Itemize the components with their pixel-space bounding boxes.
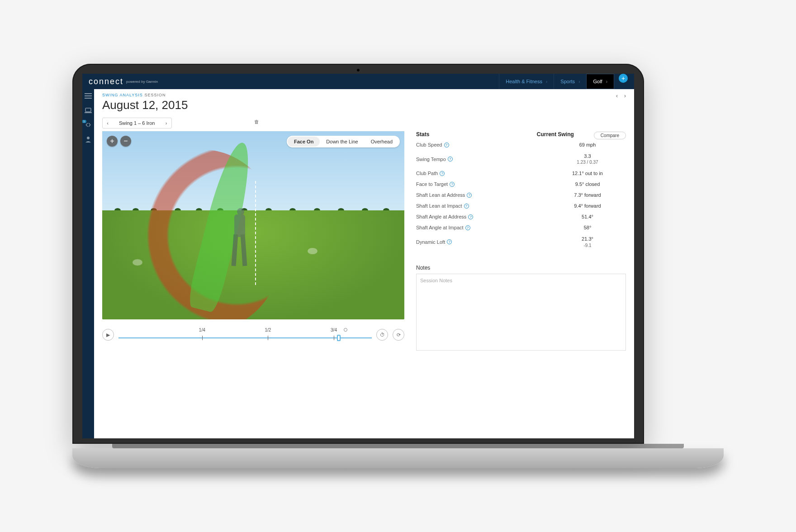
nav-label: Sports (560, 79, 575, 84)
stat-value: 69 mph (549, 142, 626, 147)
stat-row: Club Path ? 12.1° out to in (416, 168, 626, 179)
stat-label: Club Path (416, 171, 438, 176)
timeline-label: 3/4 (331, 328, 337, 332)
sync-icon[interactable]: 9 (85, 122, 92, 128)
nav-sports[interactable]: Sports (554, 74, 586, 89)
swing-selector-label: Swing 1 – 6 Iron (113, 120, 161, 126)
timeline-track[interactable]: 1/4 1/2 3/4 (118, 328, 372, 342)
stat-subvalue: -9.1 (583, 242, 591, 248)
swing-3d-view[interactable]: + − Face On Down the Line Overhead (102, 131, 404, 319)
brand-logo: connect (89, 77, 123, 86)
stat-row: Shaft Angle at Impact ? 58° (416, 222, 626, 233)
info-icon[interactable]: ? (448, 157, 453, 162)
profile-icon[interactable] (85, 136, 92, 142)
info-icon[interactable]: ? (468, 214, 473, 219)
info-icon[interactable]: ? (444, 142, 449, 147)
stat-label: Shaft Lean at Address (416, 192, 465, 198)
stat-value: 3.3 (584, 153, 591, 159)
svg-rect-2 (85, 98, 92, 99)
stat-value: 21.3° (582, 236, 593, 242)
info-icon[interactable]: ? (447, 239, 452, 244)
stat-row: Dynamic Loft ? 21.3°-9.1 (416, 233, 626, 251)
stat-value: 58° (549, 225, 626, 230)
stat-row: Shaft Lean at Address ? 7.3° forward (416, 190, 626, 200)
info-icon[interactable]: ? (464, 204, 469, 209)
svg-rect-4 (85, 112, 92, 113)
stat-value: 9.4° forward (549, 203, 626, 209)
next-session-button[interactable]: › (624, 93, 626, 99)
tab-overhead[interactable]: Overhead (365, 137, 399, 147)
svg-rect-0 (85, 93, 92, 94)
info-icon[interactable]: ? (440, 171, 445, 176)
delete-icon[interactable]: 🗑 (254, 119, 259, 124)
tab-down-the-line[interactable]: Down the Line (320, 137, 364, 147)
notes-label: Notes (416, 265, 626, 271)
stat-value: 12.1° out to in (549, 171, 626, 176)
stats-header: Stats (416, 131, 429, 138)
impact-marker-icon (344, 328, 347, 332)
playback-timeline: ▶ 1/4 1/2 3/4 (102, 328, 404, 342)
timeline-handle[interactable] (337, 335, 341, 341)
swing-selector: ‹ Swing 1 – 6 Iron › (102, 118, 172, 128)
stat-label: Shaft Angle at Address (416, 214, 466, 219)
stat-value: 51.4° (549, 214, 626, 219)
session-notes-input[interactable] (416, 274, 626, 351)
play-button[interactable]: ▶ (102, 329, 114, 341)
stat-label: Club Speed (416, 142, 442, 147)
stat-value: 9.5° closed (549, 181, 626, 187)
target-line (255, 181, 256, 285)
breadcrumb-section: SWING ANALYSIS (102, 93, 143, 97)
tab-face-on[interactable]: Face On (288, 137, 320, 147)
breadcrumb: SWING ANALYSIS SESSION (102, 93, 626, 97)
stat-row: Swing Tempo ? 3.31.23 / 0.37 (416, 150, 626, 168)
sidebar: 9 (82, 89, 94, 438)
stat-label: Shaft Lean at Impact (416, 203, 462, 209)
next-swing-button[interactable]: › (161, 120, 171, 126)
stat-subvalue: 1.23 / 0.37 (577, 159, 598, 165)
breadcrumb-type: SESSION (144, 93, 166, 97)
prev-swing-button[interactable]: ‹ (103, 120, 113, 126)
prev-session-button[interactable]: ‹ (616, 93, 618, 99)
info-icon[interactable]: ? (450, 182, 455, 187)
stat-row: Club Speed ? 69 mph (416, 139, 626, 150)
svg-rect-1 (85, 95, 92, 96)
compare-button[interactable]: Compare (594, 132, 626, 139)
nav-golf[interactable]: Golf (586, 74, 614, 89)
stats-column-header: Current Swing (517, 131, 594, 138)
nav-health-fitness[interactable]: Health & Fitness (499, 74, 554, 89)
stat-value: 7.3° forward (549, 192, 626, 198)
brand-subtitle: powered by Garmin (126, 80, 158, 84)
top-bar: connect powered by Garmin Health & Fitne… (82, 74, 634, 89)
nav-label: Health & Fitness (506, 79, 542, 84)
stat-row: Face to Target ? 9.5° closed (416, 179, 626, 190)
zoom-out-button[interactable]: − (120, 136, 131, 147)
svg-rect-3 (85, 108, 91, 112)
info-icon[interactable]: ? (465, 225, 470, 230)
loop-button[interactable]: ⟳ (393, 329, 404, 341)
menu-icon[interactable] (85, 93, 92, 99)
page-title: August 12, 2015 (102, 98, 626, 112)
svg-point-5 (87, 137, 90, 139)
stat-row: Shaft Angle at Address ? 51.4° (416, 211, 626, 222)
stat-label: Face to Target (416, 181, 448, 187)
timeline-label: 1/2 (265, 328, 271, 332)
golfer-figure (224, 208, 251, 280)
stat-label: Dynamic Loft (416, 239, 445, 245)
timeline-label: 1/4 (199, 328, 205, 332)
view-angle-tabs: Face On Down the Line Overhead (287, 136, 400, 147)
stat-label: Swing Tempo (416, 157, 446, 162)
info-icon[interactable]: ? (467, 193, 472, 198)
webcam-icon (356, 68, 360, 72)
stat-row: Shaft Lean at Impact ? 9.4° forward (416, 200, 626, 211)
nav-label: Golf (593, 79, 602, 84)
zoom-in-button[interactable]: + (107, 136, 118, 147)
speed-button[interactable]: ⏱ (376, 329, 388, 341)
stat-label: Shaft Angle at Impact (416, 225, 464, 230)
add-button[interactable]: + (619, 74, 628, 83)
device-icon[interactable] (85, 107, 92, 114)
